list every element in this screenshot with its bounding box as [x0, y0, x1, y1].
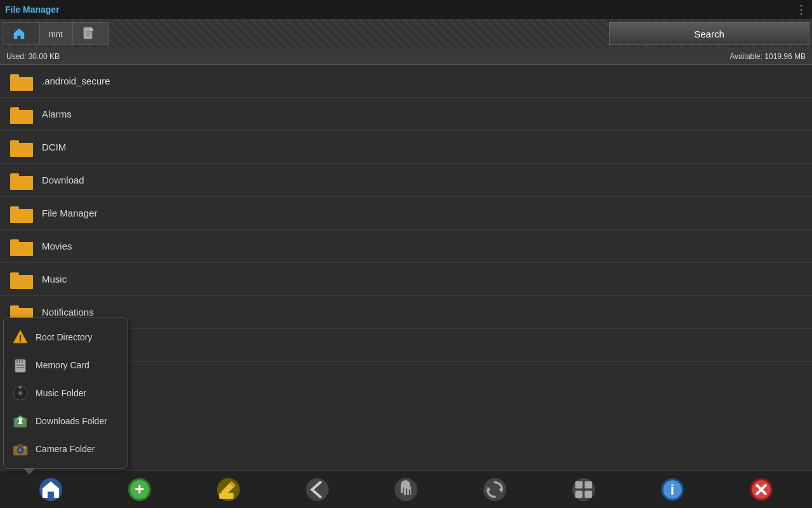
svg-rect-21 [16, 359, 18, 363]
folder-icon [10, 237, 33, 256]
downloads-folder-icon [11, 412, 29, 430]
grid-button[interactable] [561, 474, 606, 505]
svg-rect-12 [585, 490, 592, 497]
title-bar: File Manager ⋮ [0, 0, 812, 19]
tab-file[interactable] [72, 22, 109, 45]
search-button[interactable]: Search [609, 22, 809, 45]
folder-icon [10, 270, 33, 289]
svg-rect-37 [18, 444, 23, 447]
home-tab-icon [12, 27, 26, 41]
tab-mnt-label: mnt [49, 29, 63, 39]
camera-folder-label: Camera Folder [36, 444, 95, 454]
popup-memory-card[interactable]: Memory Card [4, 351, 127, 379]
svg-rect-33 [19, 418, 22, 423]
exit-button[interactable] [739, 474, 783, 505]
svg-point-36 [18, 448, 22, 452]
file-tab-icon [82, 27, 96, 41]
info-btn-icon: i [661, 478, 684, 501]
file-row[interactable]: Music [0, 263, 812, 296]
exit-btn-icon [750, 478, 773, 501]
add-button[interactable]: + [117, 474, 162, 505]
svg-point-38 [24, 447, 26, 449]
folder-icon [10, 105, 33, 124]
file-name: Alarms [42, 109, 72, 119]
svg-rect-25 [16, 367, 24, 368]
svg-point-30 [20, 387, 21, 388]
music-folder-icon [11, 384, 29, 402]
add-btn-icon: + [128, 478, 151, 501]
file-name: .android_secure [42, 76, 110, 86]
home-btn-icon [39, 478, 62, 501]
file-name: DCIM [42, 142, 66, 152]
bottom-bar: + [0, 470, 812, 508]
svg-rect-23 [22, 359, 23, 363]
refresh-btn-icon [483, 478, 506, 501]
memory-card-icon [11, 356, 29, 374]
rename-button[interactable] [206, 474, 251, 505]
svg-text:!: ! [19, 333, 22, 344]
file-name: Movies [42, 241, 72, 251]
app-title: File Manager [5, 4, 60, 15]
folder-icon [10, 138, 33, 157]
tab-home[interactable] [3, 22, 39, 45]
file-row[interactable]: Movies [0, 230, 812, 263]
file-row[interactable]: DCIM [0, 131, 812, 164]
file-row[interactable]: Alarms [0, 98, 812, 131]
file-name: Download [42, 175, 84, 185]
grid-btn-icon [572, 478, 595, 501]
svg-rect-10 [585, 481, 592, 488]
popup-camera-folder[interactable]: Camera Folder [4, 435, 127, 463]
popup-menu: ! Root Directory Memory Card [3, 318, 128, 469]
popup-downloads-folder[interactable]: Downloads Folder [4, 407, 127, 435]
back-btn-icon [306, 478, 329, 501]
file-name: Music [42, 274, 67, 284]
file-row[interactable]: .android_secure [0, 65, 812, 98]
home-button[interactable] [29, 474, 73, 505]
svg-point-28 [20, 392, 22, 394]
file-row[interactable]: File Manager [0, 197, 812, 230]
file-name: File Manager [42, 208, 98, 218]
file-row[interactable]: Download [0, 164, 812, 197]
folder-icon [10, 72, 33, 91]
music-folder-label: Music Folder [36, 388, 86, 398]
root-directory-icon: ! [11, 328, 29, 346]
memory-card-label: Memory Card [36, 360, 89, 370]
svg-rect-11 [575, 490, 582, 497]
folder-icon [10, 171, 33, 190]
touch-btn-icon [395, 478, 417, 501]
info-button[interactable]: i [650, 474, 695, 505]
menu-dots-button[interactable]: ⋮ [796, 3, 807, 17]
svg-rect-24 [16, 364, 24, 366]
storage-bar: Used: 30.00 KB Available: 1019.96 MB [0, 48, 812, 65]
back-button[interactable] [295, 474, 339, 505]
available-storage: Available: 1019.96 MB [730, 52, 806, 61]
camera-folder-icon [11, 440, 29, 458]
svg-marker-7 [499, 486, 502, 493]
root-directory-label: Root Directory [36, 332, 92, 342]
svg-marker-8 [488, 486, 491, 493]
popup-root-directory[interactable]: ! Root Directory [4, 323, 127, 351]
touch-button[interactable] [384, 474, 428, 505]
svg-rect-9 [575, 481, 582, 488]
used-storage: Used: 30.00 KB [6, 52, 60, 61]
svg-text:i: i [671, 481, 674, 498]
rename-btn-icon [217, 478, 240, 501]
svg-text:+: + [134, 479, 144, 498]
refresh-button[interactable] [473, 474, 517, 505]
search-area: Search [609, 22, 809, 45]
file-name: Notifications [42, 307, 94, 318]
tab-bar: mnt Search [0, 19, 812, 48]
folder-icon [10, 204, 33, 223]
downloads-folder-label: Downloads Folder [36, 416, 107, 426]
tab-mnt[interactable]: mnt [39, 22, 72, 45]
svg-rect-22 [19, 359, 20, 363]
popup-music-folder[interactable]: Music Folder [4, 379, 127, 407]
